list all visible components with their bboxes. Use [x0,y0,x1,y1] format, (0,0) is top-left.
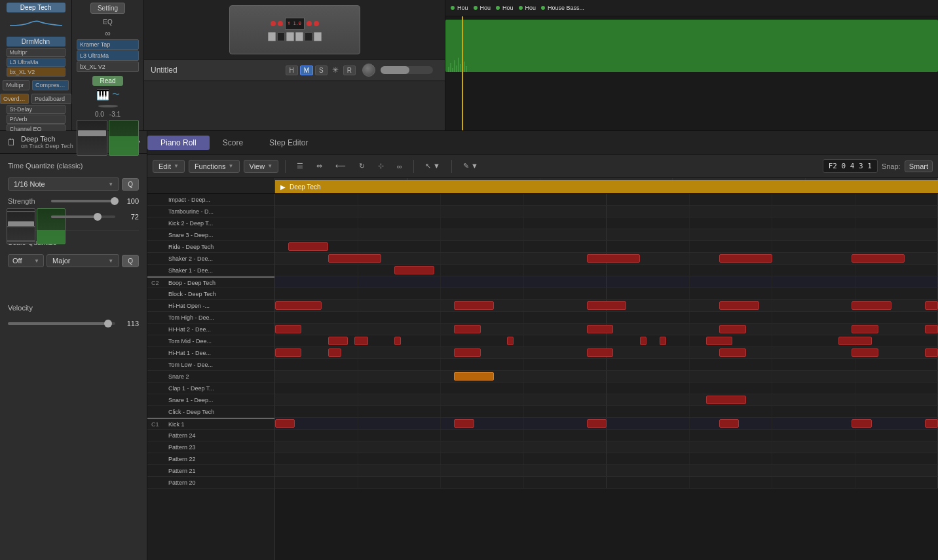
plugin-overdrive[interactable]: Overdrive [0,94,29,104]
edit-menu[interactable]: Edit ▼ [153,160,185,173]
note-block[interactable] [275,301,322,310]
align-btn[interactable]: ⇔ [312,160,327,172]
note-block[interactable] [706,396,746,404]
meter-1 [37,208,66,244]
note-block[interactable] [275,419,295,428]
cycle-btn[interactable]: ↻ [354,160,369,172]
grid-row-09 [275,324,938,335]
note-block[interactable] [394,337,401,345]
note-block[interactable] [587,419,607,428]
note-block[interactable] [719,348,745,357]
note-block[interactable] [587,325,613,333]
plugin2-kramer[interactable]: Kramer Tap [77,39,139,50]
plugin-kramer[interactable]: Multipr [7,48,66,57]
plugin-bx[interactable]: bx_XL V2 [7,67,66,77]
track-buttons: H M S ✳ R [286,65,356,75]
volume-knob[interactable] [362,64,375,77]
note-block[interactable] [852,348,878,357]
tab-piano-roll[interactable]: Piano Roll [147,136,210,150]
list-btn[interactable]: ☰ [292,160,308,172]
edit-arrow: ▼ [174,163,179,169]
note-block[interactable] [852,419,871,428]
swing-slider[interactable] [51,215,115,218]
tab-step-editor[interactable]: Step Editor [256,136,321,150]
pen-btn[interactable]: ✎ ▼ [459,160,483,172]
eq-label-2[interactable]: EQ [103,18,112,26]
strength-fill [51,200,115,202]
snap-value[interactable]: Smart [905,160,933,172]
setting-btn[interactable]: Setting [90,3,125,14]
read-btn-2[interactable]: Read [92,76,124,86]
note-block[interactable] [587,254,640,263]
note-block[interactable] [852,325,878,333]
note-block[interactable] [454,348,480,357]
plugin-pedalboard[interactable]: Pedalboard [31,94,71,104]
scale-major-dropdown[interactable]: Major ▼ [47,254,119,267]
plugin-l3[interactable]: L3 UltraMa [7,58,66,67]
strength-slider[interactable] [51,200,115,202]
note-block[interactable] [719,301,759,310]
inst-row-05: Snare 2 [147,371,274,383]
note-block[interactable] [454,372,494,381]
note-block[interactable] [925,325,938,333]
note-block[interactable] [640,337,647,345]
plugin-st-delay[interactable]: St-Delay [7,105,66,114]
grid-scroll[interactable] [275,194,938,560]
volume-slider[interactable] [381,66,433,74]
note-dropdown[interactable]: 1/16 Note ▼ [8,177,119,191]
link-btn[interactable]: ∞ [392,160,407,172]
note-block[interactable] [454,325,480,333]
note-block[interactable] [288,242,328,251]
note-block[interactable] [852,254,905,263]
note-block[interactable] [925,419,938,428]
r-btn[interactable]: R [343,65,356,75]
note-block[interactable] [587,301,627,310]
q-btn-1[interactable]: Q [122,178,139,191]
tab-score[interactable]: Score [210,136,256,150]
cursor-btn[interactable]: ↖ ▼ [421,160,445,172]
note-block[interactable] [275,348,301,357]
functions-menu[interactable]: Functions ▼ [189,160,240,173]
green-region[interactable] [445,20,938,72]
note-block[interactable] [719,419,739,428]
note-block[interactable] [454,301,494,310]
note-block[interactable] [454,419,474,428]
m-track-btn[interactable]: M [300,65,313,75]
c1-marker: C1 [151,421,166,428]
note-block[interactable] [852,301,891,310]
fader-2[interactable] [77,120,107,156]
fader-1[interactable] [7,208,35,244]
plugin-ptverb[interactable]: PtVerb [7,115,66,124]
s-track-btn[interactable]: S [315,65,328,75]
plugin2-bx[interactable]: bx_XL V2 [77,62,139,72]
playhead [462,16,463,130]
rewind-btn[interactable]: ⟵ [331,160,350,172]
h-btn[interactable]: H [286,65,298,75]
view-menu[interactable]: View ▼ [244,160,279,173]
scale-q-btn[interactable]: Q [122,255,139,267]
velocity-slider[interactable] [8,322,115,325]
note-block[interactable] [275,325,301,333]
split-btn[interactable]: ⊹ [373,160,388,172]
note-block[interactable] [706,337,732,345]
plugin-multipr[interactable]: Multipr [3,80,29,90]
note-block[interactable] [328,337,348,345]
note-block[interactable] [838,337,872,345]
plugin2-l3[interactable]: L3 UltraMa [77,50,139,61]
note-block[interactable] [587,348,613,357]
note-block[interactable] [660,337,666,345]
plugin-compressor[interactable]: Compressor [32,80,69,90]
note-block[interactable] [925,301,938,310]
snowflake-btn[interactable]: ✳ [329,65,341,75]
note-block[interactable] [719,325,745,333]
scale-off-dropdown[interactable]: Off ▼ [8,254,44,267]
note-block[interactable] [354,337,367,345]
note-block[interactable] [507,337,514,345]
note-block[interactable] [328,254,381,263]
note-block[interactable] [719,254,772,263]
note-block[interactable] [394,266,434,274]
note-block[interactable] [925,348,938,357]
knob-2[interactable] [98,105,118,107]
link-icon[interactable]: ∞ [105,29,111,38]
note-block[interactable] [328,348,341,357]
